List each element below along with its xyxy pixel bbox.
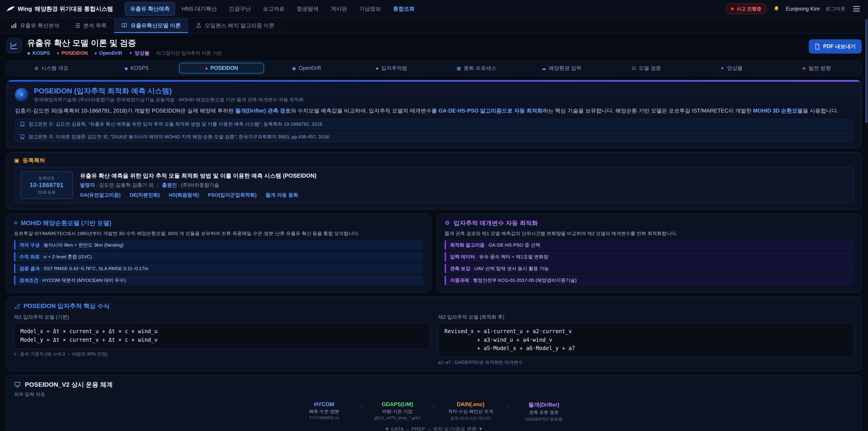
patent-number-tile: 등록번호 10-1868791 2018 등록 xyxy=(20,171,73,199)
top-navbar: Wing 해양환경 위기대응 통합시스템 유출유 확산예측 HNS·대기확산 긴… xyxy=(0,0,868,18)
poseidon-title: POSEIDON (입자추적 최적화 예측 시스템) xyxy=(34,87,304,95)
list-icon xyxy=(74,23,80,29)
nav-item-weather[interactable]: 기상정보 xyxy=(354,2,386,16)
nav-item-rescue[interactable]: 긴급구난 xyxy=(223,2,256,16)
model-columns: ≈ MOHID 해양순환모델 (기반 모델) 포르투갈 IST/MARETEC에… xyxy=(6,214,862,293)
app-title: 해양환경 위기대응 통합시스템 xyxy=(35,5,113,13)
nav-item-hns[interactable]: HNS·대기확산 xyxy=(176,2,222,16)
spec-row-vertical: 수직 좌표σ + Z-level 혼합 (GVC) xyxy=(14,252,423,262)
patent-section-header: ▣ 등록특허 xyxy=(7,153,861,167)
app-root: Wing 해양환경 위기대응 통합시스템 유출유 확산예측 HNS·대기확산 긴… xyxy=(0,0,868,431)
wing-logo-icon xyxy=(6,6,15,12)
book-reference-icon xyxy=(20,122,25,127)
header-info: 유출유 확산 모델 이론 및 검증 ◆KOSPS ●POSEIDON ●Open… xyxy=(27,38,803,57)
incident-badge-label: 사고 진행중 xyxy=(737,6,762,12)
menu-hamburger-icon[interactable] xyxy=(851,4,862,13)
tag-de: DE(차분진화) xyxy=(130,192,160,198)
incident-dot-icon xyxy=(731,7,734,10)
formula-card: POSEIDON 입자추적 핵심 수식 제1 입자추적 모델 (기본) Mode… xyxy=(6,297,862,371)
nav-item-oil-spill-forecast[interactable]: 유출유 확산예측 xyxy=(125,2,175,16)
patent-info: 유출유 확산 예측을 위한 입자 추적 모듈 최적화 방법 및 이를 이용한 예… xyxy=(80,172,316,198)
nav-item-air-search[interactable]: 항공탐색 xyxy=(291,2,324,16)
book-reference-icon xyxy=(20,134,25,139)
tag-pso: PSO(입자군집최적화) xyxy=(208,192,256,198)
spec-row-grid: 격자 구성동아시아 9km + 한반도 3km (Nesting) xyxy=(14,240,423,250)
optimization-title: ⚙ 입자추적 매개변수 자동 최적화 xyxy=(445,219,854,227)
model1-code: Model_x = Δt × current_u + Δt × c × wind… xyxy=(14,323,430,348)
patent-card: ▣ 등록특허 등록번호 10-1868791 2018 등록 유출유 확산 예측… xyxy=(6,152,862,210)
page-subtitle: 라그랑지안 입자추적 이론 기반 xyxy=(156,50,222,56)
main-nav: 유출유 확산예측 HNS·대기확산 긴급구난 보고자료 항공탐색 게시판 기상정… xyxy=(125,2,725,16)
spec-row-observation: 관측 보강UAV·선박 탑재 센서 동시 활용 가능 xyxy=(445,264,854,274)
page-header: 유출유 확산 모델 이론 및 검증 ◆KOSPS ●POSEIDON ●Open… xyxy=(0,33,868,60)
navbar-right: 사고 진행중 Eunjeong Kim 로그아웃 xyxy=(725,3,862,14)
model1-block: 제1 입자추적 모델 (기본) Model_x = Δt × current_u… xyxy=(14,314,430,357)
nav-item-integrated-search[interactable]: 통합조회 xyxy=(388,2,420,16)
tab-oil-fence-theory[interactable]: 오일펜스 배치 알고리즘 이론 xyxy=(188,18,282,33)
line-chart-icon xyxy=(10,41,18,50)
references: 참고문헌 ①: 김도연·김용혁, "유출유 확산 예측을 위한 입자 추적 모듈… xyxy=(15,119,853,142)
page-icon-tile xyxy=(6,38,22,53)
sub-tabbar: 유출유 확산분석 분석 목록 유출유확산모델 이론 오일펜스 배치 알고리즘 이… xyxy=(0,18,868,33)
section-nav-ensemble[interactable]: ✦앙상블 xyxy=(689,62,774,74)
logout-link[interactable]: 로그아웃 xyxy=(826,5,845,12)
chart-icon xyxy=(11,23,17,29)
logo-word: Wing xyxy=(18,5,32,12)
section-nav: ⊞시스템 개요 ◆KOSPS ●POSEIDON ◉OpenDrift ●입자추… xyxy=(6,61,862,76)
optimization-description: 뜰개 관측 경로와 제1 모델 예측값의 단위시간별 변화량을 비교하여 제2 … xyxy=(445,230,854,237)
flask-icon xyxy=(196,23,202,29)
flow-arrow-icon: → xyxy=(431,402,437,409)
tag-poseidon: ●POSEIDON xyxy=(57,50,88,56)
wave-icon: ≈ xyxy=(14,219,17,226)
book-icon xyxy=(121,23,127,29)
model2-block: 제2 입자추적 모델 (최적화 후) Revised_x = a1·curren… xyxy=(438,314,854,366)
section-nav-poseidon[interactable]: ●POSEIDON xyxy=(179,63,264,73)
tab-analysis-list[interactable]: 분석 목록 xyxy=(67,18,114,33)
tab-oil-spill-analysis[interactable]: 유출유 확산분석 xyxy=(4,18,67,33)
highlight-drifter-path: 뜰개(Drifter) 관측 경로 xyxy=(235,107,291,114)
section-nav-future[interactable]: ➤발전 방향 xyxy=(774,62,859,74)
patent-title: 유출유 확산 예측을 위한 입자 추적 모듈 최적화 방법 및 이를 이용한 예… xyxy=(80,172,316,180)
model2-caption: a1~a7 : GA/DE/PSO로 최적화된 매개변수 xyxy=(438,359,854,366)
pdf-export-button[interactable]: PDF 내보내기 xyxy=(809,39,862,54)
spec-row-validation: 검증 결과SST RMSE 0.42~0.78°C, SLA RMSE 0.11… xyxy=(14,264,423,274)
nav-item-board[interactable]: 게시판 xyxy=(325,2,352,16)
section-nav-kosps[interactable]: ◆KOSPS xyxy=(94,63,179,73)
section-nav-weathering[interactable]: ▦풍화 프로세스 xyxy=(434,62,519,74)
input-node-drifter: 뜰개(Drifter) 관측 표류 경로 GA/DE/PSO 동화용 xyxy=(517,401,570,422)
incident-status-badge[interactable]: 사고 진행중 xyxy=(725,3,767,14)
page-title: 유출유 확산 모델 이론 및 검증 xyxy=(27,38,803,48)
input-sources: HYCOM 해류·수온·염분 YYYYMMDD.nc → GDAPS(UM) 바… xyxy=(14,401,854,422)
section-nav-particle-tracking[interactable]: ●입자추적법 xyxy=(349,62,434,74)
section-nav-opendrift[interactable]: ◉OpenDrift xyxy=(264,63,349,73)
reference-2: 참고문헌 ②: 이재호·임병준·김도연 외, "2016년 동아시아 해역의 M… xyxy=(15,131,853,142)
nav-item-reports[interactable]: 보고자료 xyxy=(257,2,290,16)
app-logo[interactable]: Wing 해양환경 위기대응 통합시스템 xyxy=(6,5,113,13)
spec-row-input-data: 입력 데이터유속·풍속 벡터 + 제1모델 변화량 xyxy=(445,252,854,262)
model2-code: Revised_x = a1·current_u + a2·current_v … xyxy=(438,323,854,357)
input-node-gdaps: GDAPS(UM) 바람·기온·기압 g512_v070_erea_*.grb2 xyxy=(371,401,424,420)
tab-diffusion-model-theory[interactable]: 유출유확산모델 이론 xyxy=(114,18,188,33)
formula-section-title: POSEIDON 입자추적 핵심 수식 xyxy=(14,302,854,310)
notifications-button[interactable] xyxy=(773,5,780,12)
spec-row-support: 지원과제행정안전부 KCG-01-2017-05 (해양경비지원기술) xyxy=(445,275,854,285)
scrollbar-thumb[interactable] xyxy=(865,19,868,123)
highlight-mohid: MOHID 3D 순환모델 xyxy=(753,107,803,114)
flow-arrow-icon: → xyxy=(504,402,510,409)
section-nav-model-validation[interactable]: ☑모델 검증 xyxy=(604,62,689,74)
input-node-dain: DAIN(.enc) 격자·수심·해안선·조석 정적 바이너리 데이터 xyxy=(444,401,497,421)
spec-row-boundary: 경계조건HYCOM 재분석 (MYOCEAN 대비 우수) xyxy=(14,275,423,285)
patent-meta: 발명자 : 김도연·김용혁·김충기 외|출원인 : (주)아라종합기술 xyxy=(80,182,316,188)
external-input-label: 외부 입력 자료 xyxy=(14,391,854,398)
section-nav-ocean-input[interactable]: ☁해양환경 입력 xyxy=(519,62,604,74)
patent-year: 2018 등록 xyxy=(37,190,56,195)
tag-ga: GA(유전알고리즘) xyxy=(80,192,121,198)
section-nav-system-overview[interactable]: ⊞시스템 개요 xyxy=(9,62,94,74)
tag-kosps: ◆KOSPS xyxy=(27,50,50,56)
bell-icon xyxy=(773,5,780,12)
mohid-description: 포르투갈 IST/MARETEC에서 1985년부터 개발한 3D 수치 해양순… xyxy=(14,230,423,237)
gear-icon: ⚙ xyxy=(445,219,450,226)
model1-label: 제1 입자추적 모델 (기본) xyxy=(14,314,430,320)
clipboard-icon: ▣ xyxy=(14,157,20,164)
patent-number: 10-1868791 xyxy=(30,182,64,189)
